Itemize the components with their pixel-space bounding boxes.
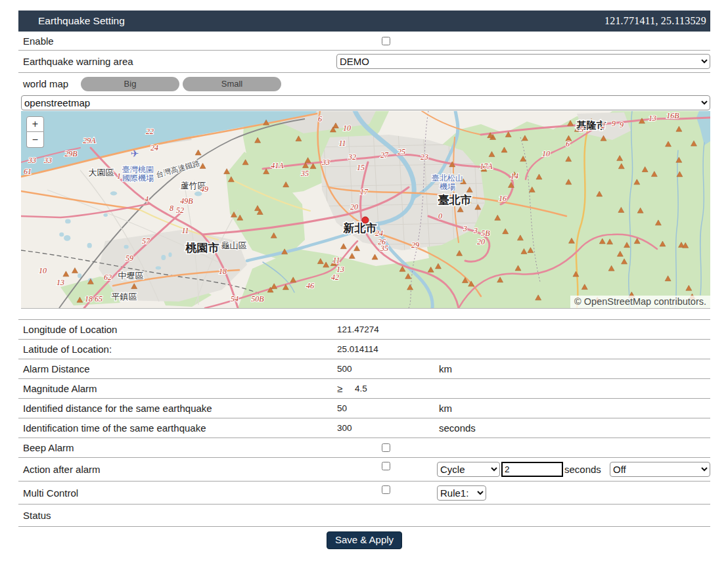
identification-time-unit: seconds [439,422,476,434]
map-place-label: 臺灣桃園 [122,165,154,174]
map-container[interactable]: + − ✈基隆市臺北市新北市桃園市龜山區大園區蘆竹區中壢區平鎮區臺灣桃園國際機場… [21,111,710,309]
map-road-number: 54 [231,294,239,303]
status-label: Status [23,510,51,521]
world-map-row: world map Big Small [18,73,710,95]
map-road-number: 11 [338,139,346,148]
map-road-number: 10 [39,266,47,275]
map-road-number: 4 [145,194,148,204]
beep-alarm-label: Beep Alarm [23,442,74,453]
identified-distance-label: Identified distance for the same earthqu… [23,403,212,414]
map-road-number: 22 [146,127,154,136]
page-title: Earthquake Setting [38,15,125,27]
map-road-number: 27 [380,150,389,160]
location-marker-dot [362,217,369,223]
map-road-number: 11 [181,226,189,235]
map-road-number: 50B [251,294,264,303]
map-road-number: 16 [499,194,507,203]
map-road-number: 59 [125,254,133,263]
map-road-number: 3 [463,224,467,233]
map-road-number: 17A [480,162,493,171]
map-road-number: 15 [357,163,365,172]
action-power-select[interactable]: Off [610,462,710,477]
map-road-number: 49 [200,185,208,194]
map-place-label: 中壢區 [118,271,144,280]
map-road-number: 62 [104,273,112,282]
action-after-alarm-checkbox[interactable] [382,462,390,470]
map-road-number: 8 [170,204,173,213]
longitude-label: Longitude of Location [23,324,117,335]
map-small-button[interactable]: Small [183,77,281,91]
alarm-distance-unit: km [439,363,452,374]
enable-checkbox[interactable] [382,37,390,45]
enable-label: Enable [23,35,54,47]
map-road-number: 13 [648,114,656,123]
device-coordinates: 121.771411, 25.113529 [604,15,706,27]
map-road-number: 5 [580,125,583,134]
map-road-number: 5B [481,229,490,238]
magnitude-value: 4.5 [355,384,367,393]
map-zoom-in-button[interactable]: + [26,116,44,132]
map-road-number: 33 [43,156,52,165]
map-zoom-out-button[interactable]: − [26,132,44,148]
map-road-number: 1 [117,171,121,181]
identification-time-value: 300 [337,423,352,433]
map-canvas[interactable]: ✈基隆市臺北市新北市桃園市龜山區大園區蘆竹區中壢區平鎮區臺灣桃園國際機場臺北松山… [21,111,710,308]
map-road-number: 14 [511,171,518,181]
world-map-label: world map [23,78,68,89]
map-road-number: 11 [332,256,340,265]
map-road-number: 6 [318,114,322,123]
action-mode-select[interactable]: Cycle [437,462,500,477]
map-road-number: 61 [24,167,32,176]
map-road-number: 16B [666,111,679,120]
map-road-number: 33 [321,158,330,167]
map-road-number: 29 [411,240,419,250]
identification-time-label: Identification time of the same earthqua… [23,422,206,434]
map-road-number: 35 [380,244,388,253]
identified-distance-value: 50 [337,403,347,413]
multi-control-label: Multi Control [23,487,78,499]
map-road-number: 0 [438,212,442,221]
map-place-label: 機場 [440,182,455,191]
map-road-number: 17 [360,187,369,196]
action-after-alarm-label: Action after alarm [23,464,101,475]
map-road-number: 49B [180,196,193,206]
map-road-number: 13 [57,278,64,287]
latitude-value: 25.014114 [337,344,378,354]
alarm-distance-label: Alarm Distance [23,363,90,374]
multi-control-checkbox[interactable] [382,485,390,494]
map-road-number: 9 [620,120,624,129]
airport-plane-icon: ✈ [131,148,139,159]
map-road-number: 18 [219,267,227,276]
map-section: openstreetmap + − ✈基隆市臺北市新北市桃園市龜山區大園區蘆竹區… [21,95,710,309]
map-road-number: 33 [28,156,36,165]
map-place-label: 臺北市 [438,194,472,206]
beep-alarm-checkbox[interactable] [382,443,390,452]
map-road-number: 57 [142,236,150,246]
map-road-number: 24 [150,143,158,152]
multi-control-rule-select[interactable]: Rule1: [437,485,486,501]
enable-row: Enable [18,32,710,51]
alarm-distance-value: 500 [337,364,352,374]
save-apply-button[interactable]: Save & Apply [327,531,402,549]
map-road-number: 10 [343,123,351,133]
map-place-label: 大園區 [89,168,114,177]
map-road-number: 65 [95,294,102,303]
warning-area-label: Earthquake warning area [23,56,133,67]
latitude-row: Latitude of Location: 25.014114 [18,340,710,359]
warning-area-select[interactable]: DEMO [336,54,710,69]
map-road-number: 23 [421,152,428,162]
map-road-number: 20 [477,237,485,246]
action-after-alarm-row: Action after alarm Cycle seconds Off [18,458,710,482]
map-place-label: 龜山區 [221,240,247,250]
map-big-button[interactable]: Big [81,77,179,91]
map-road-number: 46 [306,281,314,290]
map-road-number: 13 [336,265,344,274]
map-zoom-control: + − [26,116,44,148]
action-seconds-label: seconds [564,464,601,475]
map-road-number: 32 [348,152,356,162]
action-seconds-input[interactable] [501,462,563,477]
longitude-value: 121.47274 [337,325,379,334]
map-road-number: 29B [64,149,78,158]
magnitude-operator: ≥ [337,383,342,394]
map-source-select[interactable]: openstreetmap [21,95,710,110]
